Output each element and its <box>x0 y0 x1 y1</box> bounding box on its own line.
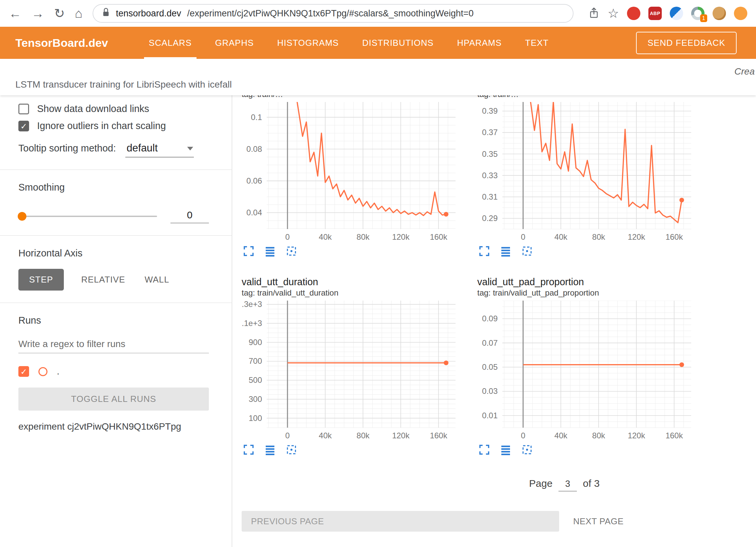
created-partial-text: Crea <box>734 66 755 77</box>
fit-domain-icon[interactable] <box>521 245 533 258</box>
smoothing-slider[interactable] <box>18 216 157 217</box>
divider <box>0 170 232 170</box>
toggle-all-runs-button[interactable]: TOGGLE ALL RUNS <box>18 388 209 411</box>
svg-text:0.35: 0.35 <box>482 149 498 158</box>
tab-scalars[interactable]: SCALARS <box>147 27 194 59</box>
fullscreen-icon[interactable] <box>478 245 491 258</box>
run-color-swatch[interactable] <box>38 367 47 376</box>
svg-text:0.33: 0.33 <box>482 171 498 180</box>
fullscreen-icon[interactable] <box>478 444 491 456</box>
svg-text:300: 300 <box>249 395 262 404</box>
svg-text:40k: 40k <box>554 232 568 241</box>
tab-distributions[interactable]: DISTRIBUTIONS <box>360 27 436 59</box>
extension-badge: 1 <box>700 14 707 22</box>
svg-text:0.06: 0.06 <box>246 176 262 185</box>
line-chart[interactable]: 0.040.060.080.1040k80k120k160k <box>242 102 459 242</box>
fit-domain-icon[interactable] <box>285 245 298 258</box>
home-icon[interactable]: ⌂ <box>75 7 83 20</box>
cookie-extension-icon[interactable] <box>713 7 726 20</box>
smoothing-slider-thumb[interactable] <box>18 212 26 221</box>
run-list-item: . <box>18 366 209 377</box>
page-label: Page <box>529 478 552 489</box>
bookmark-star-icon[interactable]: ☆ <box>608 7 619 20</box>
line-chart[interactable]: 0.010.030.050.070.09040k80k120k160k <box>477 301 695 440</box>
svg-text:0.01: 0.01 <box>482 411 498 420</box>
full-width-icon[interactable] <box>499 245 512 258</box>
back-icon[interactable]: ← <box>9 7 21 20</box>
ignore-outliers-checkbox[interactable] <box>18 121 29 131</box>
full-width-icon[interactable] <box>499 444 512 456</box>
tooltip-sorting-label: Tooltip sorting method: <box>18 143 116 154</box>
run-checkbox[interactable] <box>18 366 29 377</box>
chart-tag: tag: train/… <box>242 95 459 99</box>
next-page-button[interactable]: NEXT PAGE <box>571 516 626 527</box>
experiment-subheader: Crea LSTM transducer training for LibriS… <box>0 59 756 95</box>
svg-text:700: 700 <box>249 356 262 365</box>
adblock-extension-icon[interactable] <box>627 7 640 20</box>
svg-text:120k: 120k <box>392 431 410 440</box>
lock-icon <box>102 7 110 20</box>
pagination: Page of 3 <box>529 478 756 491</box>
svg-text:0.03: 0.03 <box>482 387 498 396</box>
fullscreen-icon[interactable] <box>242 245 255 258</box>
previous-page-button[interactable]: PREVIOUS PAGE <box>242 511 559 532</box>
chart-actions <box>242 245 459 258</box>
smoothing-value-input[interactable] <box>170 209 209 223</box>
runs-filter-input[interactable] <box>18 335 209 353</box>
full-width-icon[interactable] <box>264 245 276 258</box>
blue-extension-icon[interactable] <box>670 7 683 20</box>
svg-text:160k: 160k <box>665 232 683 241</box>
svg-text:40k: 40k <box>319 232 332 241</box>
fit-domain-icon[interactable] <box>285 444 298 456</box>
app-header: TensorBoard.dev SCALARS GRAPHS HISTOGRAM… <box>0 27 756 59</box>
divider <box>0 303 232 303</box>
experiment-title: LSTM transducer training for LibriSpeech… <box>15 79 232 90</box>
svg-text:0: 0 <box>285 431 289 440</box>
full-width-icon[interactable] <box>264 444 276 456</box>
horizontal-axis-label: Horizontal Axis <box>18 248 209 259</box>
axis-wall-button[interactable]: WALL <box>143 269 171 290</box>
fit-domain-icon[interactable] <box>521 444 533 456</box>
line-chart[interactable]: 1003005007009001.1e+31.3e+3040k80k120k16… <box>242 301 459 440</box>
line-chart[interactable]: 0.290.310.330.350.370.39040k80k120k160k <box>477 102 695 242</box>
forward-icon[interactable]: → <box>31 7 44 20</box>
scalar-chart-card: valid_utt_pad_proportion tag: train/vali… <box>477 276 695 456</box>
axis-relative-button[interactable]: RELATIVE <box>79 269 127 290</box>
tab-text[interactable]: TEXT <box>523 27 550 59</box>
tooltip-sorting-dropdown[interactable]: default <box>125 141 194 157</box>
svg-text:40k: 40k <box>319 431 332 440</box>
run-name: . <box>57 366 59 377</box>
svg-text:0.08: 0.08 <box>246 144 262 153</box>
fullscreen-icon[interactable] <box>242 444 255 456</box>
charts-grid: tag: train/… 0.040.060.080.1040k80k120k1… <box>242 95 756 456</box>
svg-text:40k: 40k <box>554 431 568 440</box>
share-icon[interactable] <box>588 7 600 20</box>
main-nav: SCALARS GRAPHS HISTOGRAMS DISTRIBUTIONS … <box>147 27 550 59</box>
tab-hparams[interactable]: HPARAMS <box>455 27 504 59</box>
abp-extension-icon[interactable]: ABP <box>648 7 662 20</box>
svg-text:0.29: 0.29 <box>482 214 498 223</box>
page-of-label: of 3 <box>583 478 600 489</box>
reload-icon[interactable]: ↻ <box>54 7 65 20</box>
tab-graphs[interactable]: GRAPHS <box>213 27 256 59</box>
address-bar[interactable]: tensorboard.dev/experiment/cj2vtPiwQHKN9… <box>93 4 574 23</box>
tab-histograms[interactable]: HISTOGRAMS <box>275 27 341 59</box>
svg-text:0: 0 <box>521 232 525 241</box>
show-download-links-checkbox[interactable] <box>18 104 29 114</box>
svg-text:0.39: 0.39 <box>482 106 498 115</box>
svg-text:160k: 160k <box>430 232 448 241</box>
svg-text:160k: 160k <box>665 431 683 440</box>
profile-avatar[interactable] <box>734 7 747 20</box>
chart-tag: tag: train/valid_utt_duration <box>242 288 459 298</box>
svg-text:0.07: 0.07 <box>482 338 498 347</box>
privacy-extension-icon[interactable]: 1 <box>691 7 705 20</box>
page-number-input[interactable] <box>558 478 577 491</box>
scalar-chart-card: tag: train/… 0.040.060.080.1040k80k120k1… <box>242 95 459 258</box>
axis-step-button[interactable]: STEP <box>18 269 64 291</box>
chart-title: valid_utt_pad_proportion <box>477 276 695 288</box>
chart-actions <box>242 444 459 456</box>
tooltip-sorting-value: default <box>127 142 158 154</box>
settings-sidebar: Show data download links Ignore outliers… <box>0 95 232 547</box>
chart-actions <box>477 245 695 258</box>
send-feedback-button[interactable]: SEND FEEDBACK <box>636 32 737 54</box>
